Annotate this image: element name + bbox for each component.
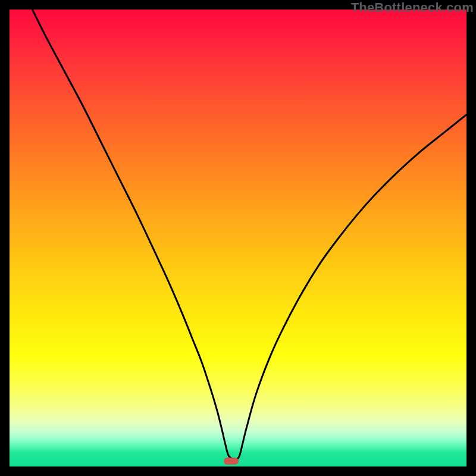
chart-frame: TheBottleneck.com	[0, 0, 476, 476]
bottleneck-curve	[32, 10, 466, 459]
chart-curve-layer	[10, 10, 466, 466]
min-marker	[224, 458, 239, 465]
watermark-text: TheBottleneck.com	[351, 0, 474, 15]
